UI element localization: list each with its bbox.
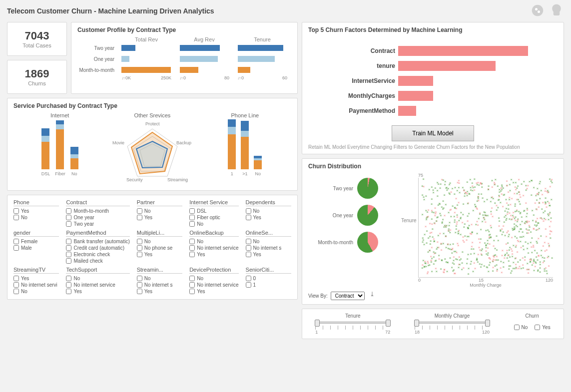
svg-text:×: ×: [525, 201, 527, 205]
svg-text:×: ×: [459, 258, 461, 262]
svg-text:×: ×: [502, 260, 505, 265]
monthly-slider[interactable]: [415, 322, 490, 324]
filter-option: Bank transfer (automatic): [66, 239, 129, 244]
svg-text:×: ×: [533, 185, 535, 190]
filter-option: No internet s: [246, 245, 291, 251]
filter-option: Two year: [66, 221, 129, 227]
svg-text:×: ×: [551, 178, 553, 182]
svg-text:×: ×: [462, 235, 465, 239]
svg-text:×: ×: [506, 256, 509, 260]
svg-text:×: ×: [521, 182, 523, 186]
svg-text:×: ×: [444, 257, 446, 261]
svg-text:×: ×: [529, 260, 532, 264]
svg-text:×: ×: [545, 227, 547, 231]
train-ml-button[interactable]: Train ML Model: [392, 125, 474, 141]
filter-option: No internet service: [189, 245, 238, 251]
svg-text:×: ×: [455, 206, 458, 211]
svg-text:×: ×: [453, 258, 455, 263]
svg-text:×: ×: [533, 213, 535, 217]
filter-title: Dependents: [246, 199, 291, 206]
svg-text:×: ×: [501, 184, 504, 189]
svg-text:×: ×: [539, 260, 542, 264]
svg-text:×: ×: [531, 178, 533, 183]
filter-option: Yes: [137, 215, 182, 220]
svg-text:×: ×: [491, 178, 494, 183]
gear-brain-icon[interactable]: [530, 3, 545, 19]
svg-text:×: ×: [453, 271, 456, 276]
svg-text:×: ×: [509, 202, 512, 207]
svg-text:×: ×: [527, 241, 530, 246]
svg-text:×: ×: [449, 256, 452, 260]
svg-text:×: ×: [543, 219, 545, 223]
svg-text:×: ×: [428, 263, 431, 267]
viewby-select[interactable]: Contract: [331, 292, 365, 300]
radar-chart: Protect Backup Streaming Security Movie: [112, 121, 192, 186]
svg-text:×: ×: [539, 216, 542, 220]
svg-text:×: ×: [475, 204, 477, 209]
total-cases-card: 7043 Total Cases: [7, 22, 67, 56]
svg-text:×: ×: [539, 179, 542, 184]
filter-option: No phone se: [137, 245, 182, 251]
svg-text:×: ×: [422, 178, 425, 181]
svg-text:×: ×: [539, 270, 542, 274]
svg-text:×: ×: [516, 266, 518, 271]
svg-text:×: ×: [468, 266, 470, 271]
profile-bar: [238, 45, 283, 51]
svg-text:×: ×: [506, 230, 509, 235]
svg-text:×: ×: [516, 209, 518, 213]
svg-text:×: ×: [502, 248, 504, 253]
svg-text:×: ×: [530, 240, 532, 245]
svg-text:×: ×: [476, 258, 478, 262]
svg-text:×: ×: [471, 181, 474, 185]
svg-text:×: ×: [458, 185, 460, 190]
svg-text:×: ×: [501, 253, 504, 258]
filter-option: Yes: [189, 252, 238, 257]
svg-text:×: ×: [519, 210, 522, 215]
churn-pie: [357, 205, 378, 226]
svg-text:×: ×: [429, 234, 431, 239]
svg-text:×: ×: [466, 257, 469, 261]
svg-text:×: ×: [466, 180, 469, 184]
ml-hint: Retain ML Model Everytime Changing Filte…: [308, 144, 558, 150]
expand-icon[interactable]: ⤓: [370, 291, 375, 298]
svg-text:×: ×: [486, 265, 489, 270]
svg-text:×: ×: [518, 190, 520, 194]
filter-option: Yes: [13, 208, 59, 214]
filter-option: No internet service: [189, 282, 238, 288]
svg-text:×: ×: [434, 259, 437, 263]
svg-text:×: ×: [472, 185, 475, 190]
svg-text:×: ×: [431, 222, 434, 226]
svg-text:×: ×: [425, 224, 427, 229]
svg-text:×: ×: [483, 215, 485, 220]
churns-card: 1869 Churns: [7, 60, 67, 94]
svg-text:×: ×: [494, 264, 497, 268]
svg-text:×: ×: [502, 204, 504, 209]
svg-text:×: ×: [447, 246, 450, 251]
svg-text:×: ×: [549, 224, 551, 229]
svg-text:×: ×: [427, 270, 429, 274]
svg-text:×: ×: [508, 264, 511, 268]
svg-text:×: ×: [519, 258, 522, 262]
svg-text:×: ×: [508, 234, 510, 239]
svg-text:×: ×: [444, 223, 446, 228]
svg-text:×: ×: [433, 250, 435, 254]
brain-icon[interactable]: [549, 3, 564, 19]
svg-text:×: ×: [462, 202, 465, 206]
svg-text:×: ×: [532, 218, 534, 223]
service-title: Service Purchased by Contract Type: [13, 102, 291, 109]
filter-option: Mailed check: [66, 258, 129, 264]
svg-text:×: ×: [500, 266, 502, 270]
svg-text:×: ×: [493, 238, 496, 243]
svg-text:×: ×: [535, 220, 537, 224]
filter-option: Yes: [189, 289, 238, 294]
churn-dist-card: Churn Distribution Two yearOne yearMonth…: [302, 158, 564, 305]
svg-text:×: ×: [471, 240, 474, 245]
svg-text:×: ×: [498, 197, 501, 202]
monthly-slider-label: Monthly Charge: [415, 313, 490, 319]
svg-text:×: ×: [485, 245, 487, 250]
tenure-slider[interactable]: [315, 322, 390, 324]
churn-filter-label: Churn: [514, 313, 551, 319]
phone-subtitle: Phone Line: [231, 112, 259, 118]
svg-text:×: ×: [546, 205, 548, 209]
filter-title: TechSupport: [66, 267, 129, 274]
